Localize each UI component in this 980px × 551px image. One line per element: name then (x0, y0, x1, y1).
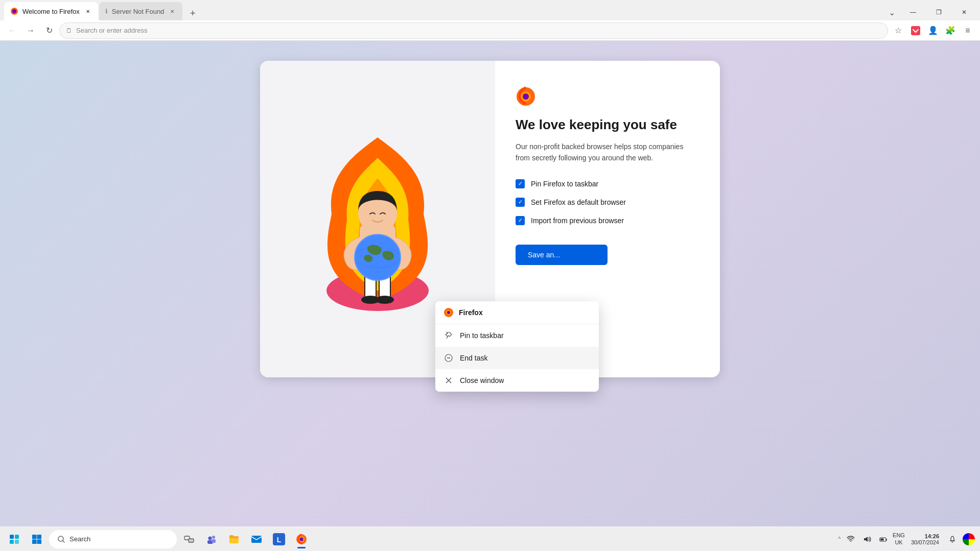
address-bar-text: Search or enter address (76, 27, 147, 34)
taskbar-date: 30/07/2024 (911, 539, 939, 545)
nav-right-buttons: ☆ 👤 🧩 ≡ (890, 22, 976, 39)
new-tab-button[interactable]: + (185, 6, 200, 20)
end-task-icon (444, 353, 454, 363)
taskbar-search-text: Search (69, 535, 90, 543)
svg-point-37 (208, 536, 212, 540)
svg-rect-26 (10, 540, 14, 544)
svg-point-36 (212, 536, 215, 539)
taskbar-language[interactable]: ENGUK (893, 532, 905, 545)
context-menu-end-task-label: End task (460, 354, 487, 362)
address-bar[interactable]: 🗒 Search or enter address (59, 22, 888, 39)
svg-rect-29 (37, 535, 42, 539)
tab-welcome-close[interactable]: ✕ (84, 7, 92, 15)
taskbar-profile-avatar[interactable] (962, 532, 976, 546)
tab-server-close[interactable]: ✕ (168, 7, 176, 15)
account-button[interactable]: 👤 (925, 22, 941, 39)
taskbar-start[interactable] (27, 529, 47, 549)
taskbar-time: 14:26 (911, 533, 939, 539)
svg-rect-39 (212, 539, 216, 543)
taskbar-teams[interactable] (201, 529, 222, 549)
tab-server-not-found[interactable]: ℹ Server Not Found ✕ (99, 2, 183, 20)
browser-chrome: Welcome to Firefox ✕ ℹ Server Not Found … (0, 0, 980, 41)
svg-rect-2 (911, 26, 920, 35)
content-area: We love keeping you safe Our non-profit … (0, 45, 980, 531)
save-button[interactable]: Save an... (516, 245, 608, 265)
close-button[interactable]: ✕ (952, 4, 976, 20)
card-title: We love keeping you safe (516, 117, 699, 133)
tabs-dropdown-button[interactable]: ⌄ (886, 6, 897, 19)
svg-rect-35 (189, 539, 194, 542)
taskbar-battery-icon[interactable] (876, 532, 891, 546)
checkbox-import-label: Import from previous browser (531, 217, 624, 225)
taskbar-todo[interactable]: L (269, 529, 289, 549)
checkbox-pin-input[interactable]: ✓ (516, 179, 525, 188)
tab-welcome[interactable]: Welcome to Firefox ✕ (4, 2, 98, 20)
tab-welcome-label: Welcome to Firefox (22, 8, 80, 15)
svg-point-7 (376, 296, 394, 304)
context-menu-close-window[interactable]: Close window (435, 369, 599, 392)
taskbar-network-icon[interactable] (844, 532, 858, 546)
firefox-logo (516, 86, 536, 107)
taskbar-volume-icon[interactable] (860, 532, 874, 546)
svg-point-18 (447, 311, 450, 314)
svg-point-45 (300, 537, 304, 541)
pin-taskbar-icon (444, 330, 454, 341)
menu-button[interactable]: ≡ (960, 22, 976, 39)
checkbox-pin-label: Pin Firefox to taskbar (531, 180, 598, 188)
svg-rect-31 (37, 539, 42, 544)
svg-rect-30 (32, 539, 37, 544)
taskbar-notification-icon[interactable] (945, 532, 960, 546)
context-menu-close-window-label: Close window (460, 376, 504, 385)
context-menu-pin-taskbar[interactable]: Pin to taskbar (435, 324, 599, 347)
back-button[interactable]: ← (4, 22, 20, 39)
close-window-icon (444, 375, 454, 386)
checkbox-pin[interactable]: ✓ Pin Firefox to taskbar (516, 179, 699, 188)
svg-text:L: L (277, 536, 282, 544)
svg-rect-40 (251, 536, 262, 543)
context-menu: Firefox Pin to taskbar End task Close wi… (435, 301, 599, 392)
context-menu-end-task[interactable]: End task (435, 347, 599, 369)
card-description: Our non-profit backed browser helps stop… (516, 141, 699, 164)
taskbar-task-view[interactable] (179, 529, 199, 549)
tab-server-label: Server Not Found (112, 8, 165, 15)
context-menu-pin-taskbar-label: Pin to taskbar (460, 331, 504, 340)
checkbox-import[interactable]: ✓ Import from previous browser (516, 216, 699, 225)
svg-rect-48 (881, 538, 884, 540)
taskbar-clock[interactable]: 14:26 30/07/2024 (907, 533, 943, 545)
taskbar-firefox[interactable] (291, 529, 312, 549)
tab-bar: Welcome to Firefox ✕ ℹ Server Not Found … (0, 0, 980, 20)
forward-button[interactable]: → (22, 22, 39, 39)
extensions-button[interactable]: 🧩 (942, 22, 959, 39)
maximize-button[interactable]: ❐ (927, 4, 950, 20)
checkbox-import-input[interactable]: ✓ (516, 216, 525, 225)
taskbar-mail[interactable] (246, 529, 267, 549)
window-controls: — ❐ ✕ (901, 4, 976, 20)
svg-line-19 (447, 337, 448, 339)
taskbar-widgets[interactable] (4, 529, 25, 549)
minimize-button[interactable]: — (901, 4, 925, 20)
bookmark-button[interactable]: ☆ (890, 22, 906, 39)
context-menu-title: Firefox (459, 308, 483, 317)
svg-line-33 (63, 541, 64, 542)
checkbox-default[interactable]: ✓ Set Firefox as default browser (516, 198, 699, 207)
taskbar-explorer[interactable] (224, 529, 244, 549)
taskbar-search-icon (57, 535, 65, 543)
tab-bar-right: ⌄ — ❐ ✕ (886, 4, 976, 20)
taskbar-tray: ^ E (837, 532, 976, 546)
taskbar-expand-tray[interactable]: ^ (837, 536, 842, 542)
taskbar-lang-text: ENGUK (893, 532, 905, 545)
reload-button[interactable]: ↻ (41, 22, 57, 39)
taskbar: Search L (0, 526, 980, 551)
svg-point-15 (523, 93, 529, 100)
checkbox-default-input[interactable]: ✓ (516, 198, 525, 207)
taskbar-search-bar[interactable]: Search (49, 530, 177, 548)
svg-rect-25 (15, 535, 19, 539)
checkbox-default-label: Set Firefox as default browser (531, 198, 626, 206)
checkbox-list: ✓ Pin Firefox to taskbar ✓ Set Firefox a… (516, 179, 699, 234)
address-bar-page-icon: 🗒 (66, 27, 72, 34)
pocket-button[interactable] (907, 22, 924, 39)
svg-point-1 (12, 9, 16, 13)
context-menu-header: Firefox (435, 301, 599, 324)
svg-rect-27 (15, 540, 19, 544)
firefox-mascot-illustration (296, 112, 459, 326)
